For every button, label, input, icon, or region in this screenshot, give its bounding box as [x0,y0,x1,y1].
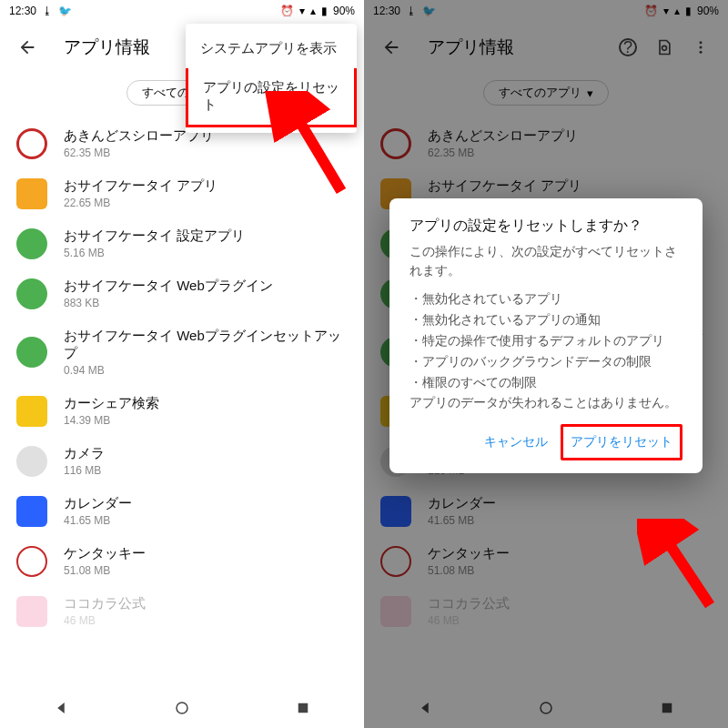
status-time: 12:30 [373,5,400,17]
status-bar: 12:30 ⭳ 🐦 ⏰ ▾ ▴ ▮ 90% [0,0,364,22]
arrow-back-icon [381,37,401,57]
app-icon [16,178,47,209]
page-title: アプリ情報 [428,35,610,59]
svg-rect-8 [662,703,672,713]
app-name: カメラ [64,445,105,462]
alarm-icon: ⏰ [644,5,658,17]
menu-show-system[interactable]: システムアプリを表示 [186,29,357,68]
screenshot-right: 12:30 ⭳ 🐦 ⏰ ▾ ▴ ▮ 90% アプリ情報 ? [364,0,728,728]
app-icon [16,496,47,527]
app-icon [16,337,47,368]
app-icon [380,496,411,527]
download-icon: ⭳ [42,5,53,17]
app-name: カレンダー [64,495,132,512]
alarm-icon: ⏰ [280,5,294,17]
svg-point-7 [541,703,551,713]
app-name: おサイフケータイ 設定アプリ [64,228,245,245]
app-row[interactable]: あきんどスシローアプリ62.35 MB [364,118,728,168]
dialog-tail: アプリのデータが失われることはありません。 [410,394,682,413]
screenshot-left: 12:30 ⭳ 🐦 ⏰ ▾ ▴ ▮ 90% アプリ情報 すべてのアプ... [0,0,364,728]
app-name: ケンタッキー [64,545,146,562]
wifi-icon: ▾ [299,5,305,17]
nav-back-icon[interactable] [53,700,69,716]
back-button[interactable] [373,29,410,66]
dialog-bullet: ・無効化されているアプリの通知 [410,311,682,330]
arrow-back-icon [17,37,37,57]
status-time: 12:30 [9,5,36,17]
filter-chip[interactable]: すべてのアプリ ▾ [483,80,609,106]
app-row[interactable]: ケンタッキー51.08 MB [0,536,364,586]
dialog-cancel-button[interactable]: キャンセル [477,424,555,460]
dialog-bullet: ・権限のすべての制限 [410,374,682,393]
svg-point-6 [700,51,703,54]
app-row[interactable]: カーシェア検索14.39 MB [0,386,364,436]
battery-icon: ▮ [321,5,328,17]
battery-icon: ▮ [685,5,692,17]
overflow-button[interactable] [682,29,719,66]
app-row[interactable]: おサイフケータイ 設定アプリ5.16 MB [0,218,364,268]
app-icon [16,596,47,627]
search-button[interactable] [646,29,682,66]
more-vert-icon [693,39,709,56]
dialog-body: この操作により、次の設定がすべてリセットされます。 ・無効化されているアプリ ・… [410,243,682,413]
download-icon: ⭳ [406,5,417,17]
dialog-title: アプリの設定をリセットしますか？ [410,217,682,236]
app-size: 5.16 MB [64,247,245,259]
app-size: 62.35 MB [428,147,578,159]
app-name: ココカラ公式 [64,595,146,612]
wifi-icon: ▾ [663,5,669,17]
signal-icon: ▴ [310,5,316,17]
nav-home-icon[interactable] [538,700,554,716]
app-icon [16,396,47,427]
dialog-bullet: ・特定の操作で使用するデフォルトのアプリ [410,332,682,351]
battery-label: 90% [697,5,719,17]
svg-rect-1 [298,703,308,713]
filter-label: すべてのアプリ [499,85,581,101]
app-name: おサイフケータイ Webプラグイン [64,278,273,295]
app-size: 51.08 MB [64,564,146,577]
app-icon [380,546,411,577]
nav-home-icon[interactable] [174,700,190,716]
app-row[interactable]: ケンタッキー51.08 MB [364,536,728,586]
app-icon [16,278,47,309]
dialog-confirm-button[interactable]: アプリをリセット [561,424,682,460]
help-button[interactable]: ? [610,29,646,66]
overflow-menu: システムアプリを表示 アプリの設定をリセット [186,24,357,133]
app-row[interactable]: カレンダー41.65 MB [0,486,364,536]
chevron-down-icon: ▾ [587,86,593,100]
twitter-icon: 🐦 [58,5,72,17]
nav-recent-icon[interactable] [295,700,311,716]
app-size: 62.35 MB [64,147,214,159]
twitter-icon: 🐦 [422,5,436,17]
nav-back-icon[interactable] [417,700,433,716]
battery-label: 90% [333,5,355,17]
signal-icon: ▴ [674,5,680,17]
nav-recent-icon[interactable] [659,700,675,716]
app-row[interactable]: カレンダー41.65 MB [364,486,728,536]
app-icon [16,128,47,159]
app-row[interactable]: ココカラ公式46 MB [364,586,728,636]
svg-point-4 [700,41,703,44]
app-row[interactable]: おサイフケータイ アプリ22.65 MB [0,168,364,218]
app-size: 883 KB [64,297,273,309]
app-name: ココカラ公式 [428,595,510,612]
app-name: カーシェア検索 [64,395,159,412]
app-name: あきんどスシローアプリ [428,127,578,145]
search-in-page-icon [655,38,673,56]
back-button[interactable] [9,29,46,66]
app-icon [16,446,47,477]
app-row[interactable]: ココカラ公式46 MB [0,586,364,636]
app-icon [16,546,47,577]
app-bar: アプリ情報 ? [364,22,728,73]
app-icon [16,228,47,259]
app-name: カレンダー [428,495,496,512]
dialog-bullet: ・無効化されているアプリ [410,290,682,309]
app-row[interactable]: カメラ116 MB [0,436,364,486]
menu-reset-prefs[interactable]: アプリの設定をリセット [186,68,357,127]
app-row[interactable]: おサイフケータイ Webプラグイン883 KB [0,268,364,318]
app-list: あきんどスシローアプリ62.35 MBおサイフケータイ アプリ22.65 MBお… [0,118,364,636]
app-size: 46 MB [64,614,146,627]
app-row[interactable]: おサイフケータイ Webプラグインセットアップ0.94 MB [0,318,364,386]
app-size: 46 MB [428,614,510,627]
navigation-bar [364,688,728,728]
